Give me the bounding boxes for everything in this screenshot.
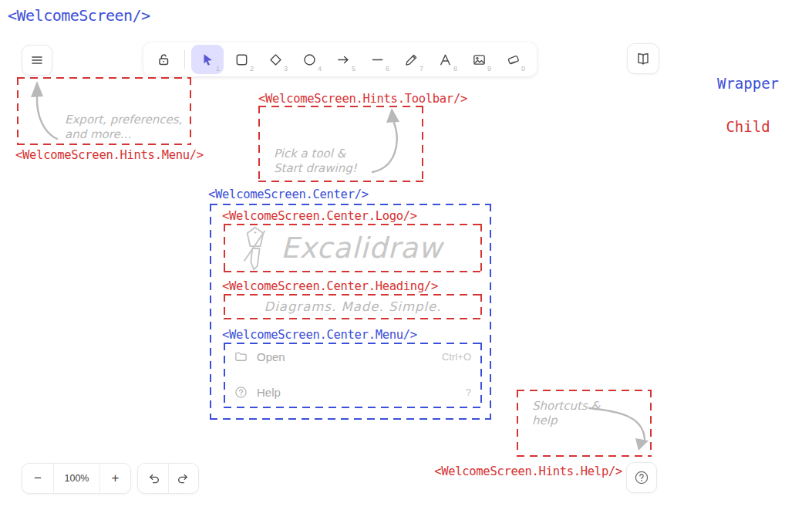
excalidraw-logo-icon [241, 225, 270, 272]
center-logo-box: Excalidraw [224, 224, 482, 272]
tool-number: 0 [521, 65, 525, 73]
question-circle-icon [234, 386, 248, 399]
hint-toolbar-text: Pick a tool & Start drawing! [274, 147, 357, 176]
center-heading-text: Diagrams. Made. Simple. [264, 299, 442, 314]
hint-menu-arrow-icon [17, 77, 63, 145]
hint-menu-line1: Export, preferences, [65, 113, 182, 127]
menu-item-help[interactable]: Help ? [225, 384, 480, 400]
help-button[interactable] [626, 462, 657, 493]
selection-cursor-icon [200, 52, 214, 66]
excalidraw-logo-text: Excalidraw [281, 231, 443, 265]
pencil-icon [404, 52, 419, 67]
zoom-level-value: 100% [65, 473, 89, 484]
plus-icon: + [112, 471, 120, 486]
hint-toolbar-line2: Start drawing! [274, 161, 357, 176]
center-menu-label: <WelcomeScreen.Center.Menu/> [222, 328, 417, 342]
toolbar: 1 2 3 [143, 42, 537, 76]
menu-item-open[interactable]: Open Ctrl+O [225, 349, 480, 365]
zoom-in-button[interactable]: + [99, 464, 130, 493]
center-heading-label: <WelcomeScreen.Center.Heading/> [222, 279, 438, 293]
tool-rectangle[interactable]: 2 [225, 45, 258, 74]
lock-tool-button[interactable] [149, 45, 178, 74]
folder-icon [234, 350, 248, 363]
menu-item-shortcut: Ctrl+O [442, 351, 471, 363]
center-logo-label: <WelcomeScreen.Center.Logo/> [222, 209, 417, 223]
eraser-icon [506, 52, 521, 67]
zoom-out-button[interactable]: − [22, 464, 53, 493]
hint-menu-line2: and more... [65, 127, 182, 142]
zoom-level[interactable]: 100% [53, 464, 99, 493]
excalidraw-app: 1 2 3 [8, 33, 668, 496]
tool-number: 8 [453, 65, 457, 73]
tool-number: 9 [487, 65, 491, 73]
undo-redo-controls [137, 463, 199, 494]
hints-menu-label: <WelcomeScreen.Hints.Menu/> [15, 148, 204, 162]
legend-child-text: Child [726, 118, 770, 135]
tool-selection[interactable]: 1 [191, 45, 224, 74]
text-icon [438, 52, 453, 67]
menu-item-label: Open [257, 350, 285, 363]
hamburger-menu-button[interactable] [22, 45, 52, 76]
screenshot-root: <WelcomeScreen/> [0, 0, 812, 510]
welcome-center: <WelcomeScreen.Center.Logo/> Excalidraw … [210, 204, 491, 420]
undo-button[interactable] [138, 464, 168, 493]
hints-help-label: <WelcomeScreen.Hints.Help/> [426, 464, 622, 478]
tool-number: 3 [284, 65, 288, 73]
line-icon [370, 52, 385, 67]
legend-wrapper-text: Wrapper [717, 75, 779, 92]
tool-number: 4 [318, 65, 322, 73]
help-question-icon [634, 470, 649, 485]
ellipse-icon [302, 52, 317, 67]
undo-icon [147, 471, 160, 485]
menu-item-label: Help [257, 386, 281, 399]
legend-wrapper-box: Wrapper [690, 65, 806, 102]
tool-number: 5 [352, 65, 355, 73]
book-icon [635, 51, 651, 66]
tool-arrow[interactable]: 5 [327, 45, 359, 74]
tool-number: 1 [216, 65, 220, 73]
redo-button[interactable] [168, 464, 198, 493]
arrow-icon [336, 52, 351, 67]
lock-icon [156, 52, 171, 67]
tool-line[interactable]: 6 [361, 45, 393, 74]
toolbar-divider [184, 50, 185, 69]
hint-toolbar-arrow-icon [359, 106, 423, 182]
tool-draw[interactable]: 7 [395, 45, 427, 74]
zoom-controls: − 100% + [22, 463, 131, 494]
center-menu-box: Open Ctrl+O Help ? [224, 343, 482, 408]
hamburger-icon [30, 53, 44, 67]
diamond-icon [268, 52, 283, 67]
hint-help-box: Shortcuts & help [517, 390, 652, 457]
tool-ellipse[interactable]: 4 [293, 45, 325, 74]
rectangle-icon [234, 52, 249, 67]
welcome-screen-wrapper-label: <WelcomeScreen/> [8, 6, 150, 25]
tool-number: 2 [250, 65, 254, 73]
redo-icon [177, 471, 190, 485]
tool-number: 7 [419, 65, 423, 73]
hint-toolbar-line1: Pick a tool & [274, 147, 357, 161]
hint-toolbar-box: Pick a tool & Start drawing! [258, 106, 423, 182]
library-button[interactable] [627, 43, 659, 74]
image-icon [472, 52, 487, 67]
center-heading-box: Diagrams. Made. Simple. [224, 294, 482, 319]
hint-help-arrow-icon [585, 400, 652, 457]
menu-item-shortcut: ? [466, 387, 471, 398]
tool-text[interactable]: 8 [429, 45, 461, 74]
center-label: <WelcomeScreen.Center/> [208, 187, 369, 201]
hint-menu-text: Export, preferences, and more... [65, 113, 182, 142]
tool-image[interactable]: 9 [463, 45, 495, 74]
legend-child-box: Child [690, 107, 806, 145]
tool-eraser[interactable]: 0 [497, 45, 529, 74]
minus-icon: − [34, 471, 42, 486]
tool-number: 6 [386, 65, 389, 73]
hints-toolbar-label: <WelcomeScreen.Hints.Toolbar/> [258, 92, 467, 106]
hint-menu-box: Export, preferences, and more... [17, 77, 191, 145]
tool-diamond[interactable]: 3 [259, 45, 291, 74]
